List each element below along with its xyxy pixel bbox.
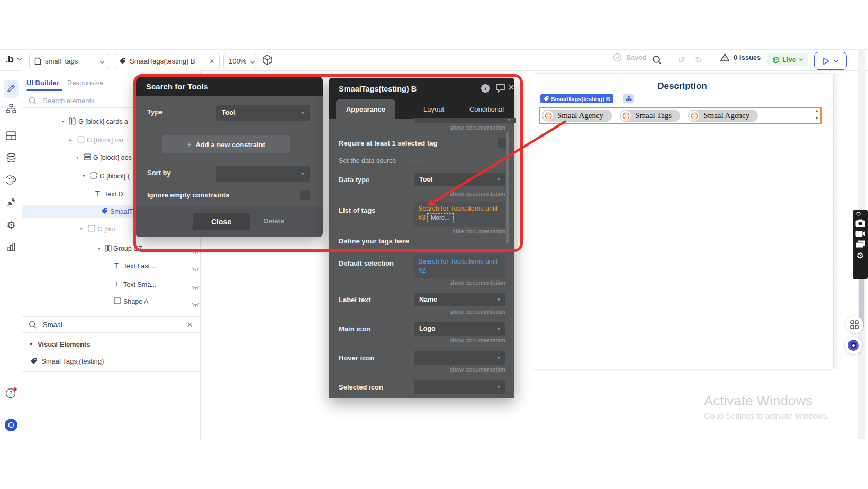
expand-toggle-icon[interactable]: ▼ — [97, 242, 101, 255]
tab-appearance[interactable]: Appearance — [336, 99, 395, 119]
camera-icon[interactable] — [855, 219, 865, 227]
page-canvas[interactable]: Description SmaalTags(testing) B Smaal A… — [531, 73, 834, 370]
recorder-bubble-button[interactable] — [845, 337, 862, 354]
activate-windows-subtext: Go to Settings to activate Windows. — [704, 411, 829, 420]
sort-by-dropdown[interactable]: ▼ — [216, 166, 310, 182]
undo-button[interactable]: ↺ — [677, 55, 685, 66]
zoom-selector[interactable]: 100% — [223, 53, 256, 69]
search-result-item[interactable]: Smaal Tags (testing) — [30, 357, 104, 365]
label-text-dropdown[interactable]: Name ▼ — [414, 293, 505, 306]
clear-filter-icon[interactable]: ✕ — [187, 321, 193, 329]
section-visual-elements[interactable]: ▼ Visual Elements — [29, 340, 90, 348]
main-icon-dropdown[interactable]: Logo ▼ — [414, 322, 505, 336]
tag-pill[interactable]: Smaal Tags — [620, 110, 680, 122]
show-documentation-link[interactable]: show documentation — [450, 124, 505, 131]
tree-filter-box[interactable]: ✕ — [22, 316, 200, 332]
text-element-icon: T — [95, 189, 100, 197]
ignore-empty-checkbox[interactable] — [300, 190, 310, 200]
tree-filter-input[interactable] — [42, 320, 150, 329]
hidden-eye-icon[interactable] — [192, 246, 200, 259]
show-documentation-link[interactable]: show documentation — [450, 309, 505, 315]
preview-button[interactable] — [814, 52, 847, 70]
pencil-icon — [6, 84, 16, 93]
copy-windows-icon[interactable] — [856, 240, 865, 248]
popup-header[interactable]: Search for Tools — [135, 77, 323, 96]
hidden-eye-icon[interactable] — [192, 299, 200, 312]
search-elements-input[interactable] — [42, 96, 150, 105]
selected-element-badge[interactable]: SmaalTags(testing) B — [540, 94, 613, 103]
user-logo-icon — [8, 422, 14, 428]
tree-row-label: Text D — [104, 188, 123, 201]
hidden-eye-icon[interactable] — [192, 264, 200, 276]
selected-icon-dropdown[interactable]: ▼ — [414, 380, 505, 394]
component-library-button[interactable] — [261, 54, 273, 69]
bubble-logo-button[interactable]: .b — [5, 53, 22, 65]
tree-row[interactable]: ▼ Group CZ — [22, 242, 200, 255]
capture-toolbar-header[interactable]: ... — [856, 212, 865, 216]
account-avatar[interactable] — [5, 419, 17, 431]
spinner-up-icon[interactable]: ▲ — [815, 109, 819, 113]
data-tab-button[interactable] — [0, 153, 22, 163]
panel-divider — [22, 332, 200, 333]
tree-row[interactable]: T Text Last ... — [22, 260, 200, 273]
widget-grid-button[interactable] — [846, 316, 863, 333]
redo-button[interactable]: ↻ — [695, 55, 702, 66]
ellipsis-icon: ... — [862, 212, 865, 216]
video-camera-icon[interactable] — [855, 230, 865, 237]
help-button[interactable]: ? — [0, 387, 22, 399]
clear-element-icon[interactable]: ✕ — [209, 58, 214, 65]
design-tool-button[interactable] — [0, 84, 22, 93]
comment-icon[interactable] — [495, 84, 505, 94]
expand-toggle-icon[interactable]: ▼ — [61, 115, 65, 128]
show-documentation-link[interactable]: show documentation — [450, 366, 505, 373]
hidden-eye-icon[interactable] — [192, 282, 200, 295]
tab-ui-builder[interactable]: UI Builder — [26, 79, 59, 87]
gear-icon[interactable]: ⚙ — [857, 251, 864, 259]
show-documentation-link[interactable]: show documentation — [450, 279, 505, 286]
tab-layout[interactable]: Layout — [406, 99, 462, 119]
plugins-tab-button[interactable] — [0, 197, 22, 207]
more-button[interactable]: More... — [427, 213, 454, 222]
info-icon[interactable]: i — [481, 84, 490, 95]
tab-responsive[interactable]: Responsive — [67, 79, 103, 87]
issues-button[interactable]: 0 issues — [720, 53, 761, 62]
tag-pill[interactable]: Smaal Agency — [688, 110, 758, 122]
close-button[interactable]: Close — [193, 213, 250, 230]
expand-toggle-icon[interactable]: ▼ — [79, 223, 83, 236]
element-hierarchy-button[interactable] — [623, 94, 634, 103]
close-panel-icon[interactable]: ✕ — [508, 83, 514, 92]
live-dropdown[interactable]: Live — [767, 53, 808, 66]
caret-down-icon: ▼ — [507, 117, 511, 122]
expand-toggle-icon[interactable]: ▼ — [76, 151, 79, 164]
hide-documentation-link[interactable]: hide documentation — [453, 228, 505, 234]
show-documentation-link[interactable]: show documentation — [450, 337, 505, 343]
list-of-tags-value[interactable]: Search for Tools:items until #3More... — [414, 202, 505, 227]
tag-pill[interactable]: Smaal Agency — [542, 110, 612, 122]
tree-row[interactable]: Shape A — [22, 295, 200, 308]
default-selection-value[interactable]: Search for Tools:items until #2 — [414, 255, 505, 278]
layout-panel-button[interactable] — [0, 131, 22, 140]
search-button[interactable] — [652, 55, 662, 67]
scrolled-dropdown-sliver[interactable]: ▼ — [414, 118, 516, 123]
property-editor-header[interactable]: SmaalTags(testing) B i ✕ — [329, 78, 514, 99]
spinner-down-icon[interactable]: ▼ — [815, 116, 819, 121]
type-dropdown[interactable]: Tool ▼ — [216, 105, 310, 121]
capture-toolbar[interactable]: ... ⚙ — [853, 210, 868, 279]
collapse-toggle-icon[interactable]: ▶ — [69, 134, 72, 147]
smaal-tags-element[interactable]: Smaal Agency Smaal Tags Smaal Agency ▲ ▼ — [539, 107, 822, 124]
tab-conditional[interactable]: Conditional — [462, 99, 512, 119]
delete-button[interactable]: Delete — [264, 217, 284, 225]
settings-tab-button[interactable]: ⚙ — [0, 220, 22, 230]
workflow-tool-button[interactable] — [0, 104, 22, 113]
expand-toggle-icon[interactable]: ▼ — [82, 170, 86, 183]
logs-tab-button[interactable] — [0, 242, 22, 251]
tree-row[interactable]: T Text Sma... — [22, 278, 200, 291]
show-documentation-link[interactable]: show documentation — [450, 191, 505, 197]
styles-tab-button[interactable] — [0, 175, 22, 185]
add-constraint-button[interactable]: + Add a new constraint — [162, 135, 290, 153]
hover-icon-dropdown[interactable]: ▼ — [414, 351, 505, 365]
panel-scrollbar-thumb[interactable] — [506, 132, 509, 243]
element-search-chip[interactable]: SmaalTags(testing) B ✕ — [114, 53, 220, 69]
page-selector[interactable]: small_tags — [29, 53, 110, 69]
data-type-dropdown[interactable]: Tool ▼ — [414, 173, 505, 186]
